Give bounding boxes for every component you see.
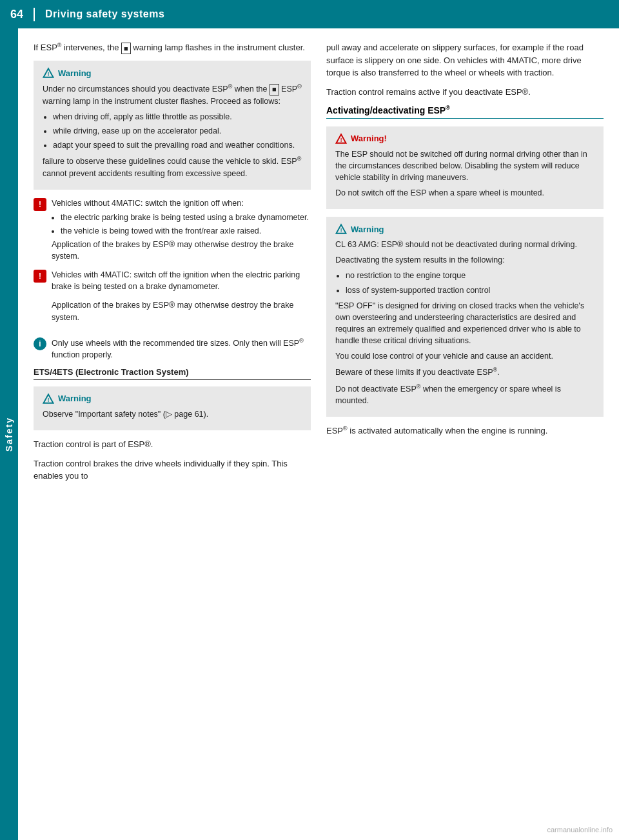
safety-sidebar: Safety (0, 28, 18, 840)
warning4-bullets: no restriction to the engine torque loss… (346, 270, 594, 295)
note3-text: Only use wheels with the recommended tir… (52, 339, 304, 359)
exclaim-icon-1: ! (34, 198, 46, 211)
main-content: If ESP® intervenes, the ■ warning lamp f… (18, 28, 619, 840)
note1-bullets: the electric parking brake is being test… (61, 212, 311, 237)
note2-text: Vehicles with 4MATIC: switch off the ign… (52, 269, 311, 294)
traction1: Traction control is part of ESP®. (34, 438, 311, 451)
warning4-bullet-1: no restriction to the engine torque (346, 270, 594, 281)
warning-triangle-icon-4: ! (335, 223, 347, 235)
page-number: 64 (10, 8, 35, 21)
esp-icon: ■ (121, 43, 131, 55)
warning-triangle-icon-3: ! (335, 133, 347, 145)
section-heading: Activating/deactivating ESP® (326, 105, 604, 119)
exclaim-icon-2: ! (34, 270, 46, 283)
warning3-body1: The ESP should not be switched off durin… (335, 148, 594, 183)
svg-text:!: ! (48, 72, 50, 77)
warning-box-1: ! Warning Under no circumstances should … (34, 61, 311, 190)
warning-header-2: ! Warning (43, 393, 302, 405)
warning-title-3: Warning! (351, 134, 387, 143)
content-wrapper: Safety If ESP® intervenes, the ■ warning… (0, 28, 619, 840)
warning-triangle-icon-1: ! (43, 67, 54, 79)
esp-icon-2: ■ (270, 84, 279, 95)
warning1-body: Under no circumstances should you deacti… (43, 83, 302, 107)
header-bar: 64 Driving safety systems (0, 0, 619, 28)
note1-footer: Application of the brakes by ESP® may ot… (52, 240, 293, 261)
intro-paragraph: If ESP® intervenes, the ■ warning lamp f… (34, 41, 311, 54)
warning1-bullet-1: when driving off, apply as little thrott… (53, 111, 302, 123)
warning4-body5: Beware of these limits if you deactivate… (335, 366, 594, 378)
chapter-title: Driving safety systems (45, 8, 164, 20)
warning-header-4: ! Warning (335, 223, 594, 235)
warning4-body6: Do not deactivate ESP® when the emergenc… (335, 383, 594, 406)
traction-active: Traction control remains active if you d… (326, 86, 604, 99)
note1-bullet-2: the vehicle is being towed with the fron… (61, 225, 311, 237)
warning1-bullet-2: while driving, ease up on the accelerato… (53, 125, 302, 137)
note-text-2: Vehicles with 4MATIC: switch off the ign… (52, 269, 311, 330)
safety-label: Safety (4, 417, 14, 452)
right-col: pull away and accelerate on slippery sur… (326, 41, 604, 827)
note1-bullet-1: the electric parking brake is being test… (61, 212, 311, 223)
footer-text: ESP® is activated automatically when the… (326, 425, 604, 437)
warning-title-4: Warning (351, 225, 384, 234)
warning-header-3: ! Warning! (335, 133, 594, 145)
svg-text:!: ! (340, 228, 342, 234)
warning-box-4: ! Warning CL 63 AMG: ESP® should not be … (326, 217, 604, 417)
ets-heading: ETS/4ETS (Electronic Traction System) (34, 367, 311, 380)
note-item-3: i Only use wheels with the recommended t… (34, 337, 311, 361)
traction2: Traction control brakes the drive wheels… (34, 457, 311, 483)
note1-text: Vehicles without 4MATIC: switch the igni… (52, 199, 244, 208)
warning-title-1: Warning (58, 68, 92, 78)
note-item-2: ! Vehicles with 4MATIC: switch off the i… (34, 269, 311, 330)
watermark: carmanualonline.info (547, 826, 613, 834)
info-icon-1: i (34, 337, 46, 350)
warning4-body2: Deactivating the system results in the f… (335, 254, 594, 266)
warning3-body2: Do not switch off the ESP when a spare w… (335, 187, 594, 199)
warning4-bullet-2: loss of system-supported traction contro… (346, 285, 594, 296)
warning4-body3: "ESP OFF" is designed for driving on clo… (335, 300, 594, 347)
warning4-body1: CL 63 AMG: ESP® should not be deactivate… (335, 239, 594, 250)
note-item-1: ! Vehicles without 4MATIC: switch the ig… (34, 197, 311, 263)
note2-footer: Application of the brakes by ESP® may ot… (52, 299, 311, 324)
warning-box-3: ! Warning! The ESP should not be switche… (326, 126, 604, 210)
left-col: If ESP® intervenes, the ■ warning lamp f… (34, 41, 311, 827)
warning-title-2: Warning (58, 394, 92, 403)
section-heading-text: Activating/deactivating ESP® (326, 105, 450, 115)
warning1-bullets: when driving off, apply as little thrott… (53, 111, 302, 151)
pull-text: pull away and accelerate on slippery sur… (326, 41, 604, 79)
warning-box-2: ! Warning Observe "Important safety note… (34, 386, 311, 430)
svg-text:!: ! (48, 397, 50, 403)
warning-header-1: ! Warning (43, 67, 302, 79)
warning4-body4: You could lose control of your vehicle a… (335, 350, 594, 362)
note-text-1: Vehicles without 4MATIC: switch the igni… (52, 197, 311, 263)
warning1-bullet-3: adapt your speed to suit the prevailing … (53, 139, 302, 151)
warning-triangle-icon-2: ! (43, 393, 54, 405)
warning2-body: Observe "Important safety notes" (▷ page… (43, 408, 302, 420)
svg-text:!: ! (340, 137, 342, 143)
note-text-3: Only use wheels with the recommended tir… (52, 337, 311, 361)
warning1-footer: failure to observe these guidelines coul… (43, 155, 302, 179)
